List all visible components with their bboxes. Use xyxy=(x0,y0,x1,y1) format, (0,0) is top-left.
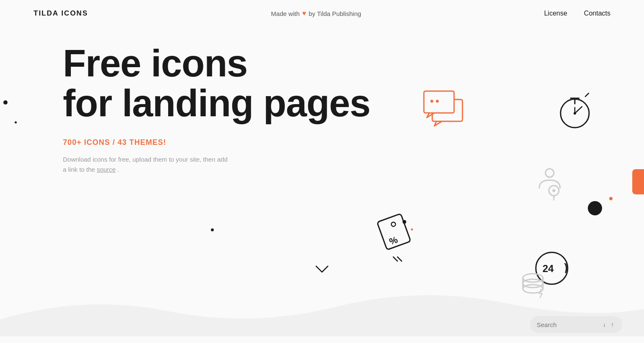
hero-title: Free icons for landing pages xyxy=(63,44,390,123)
tagline-text-before: Made with xyxy=(271,10,299,17)
navbar: TILDA ICONS Made with ♥ by Tilda Publish… xyxy=(0,0,644,27)
svg-point-14 xyxy=(545,169,554,177)
search-arrow-down[interactable]: ↓ xyxy=(601,320,608,329)
dot-large-black xyxy=(588,201,602,215)
hero-section: Free icons for landing pages 700+ ICONS … xyxy=(0,27,644,336)
search-arrow-up[interactable]: ↑ xyxy=(609,320,615,329)
nav-tagline: Made with ♥ by Tilda Publishing xyxy=(271,10,361,17)
svg-rect-4 xyxy=(424,91,454,113)
license-link[interactable]: License xyxy=(544,10,567,17)
hero-description: Download icons for free, upload them to … xyxy=(63,154,231,175)
search-navigation: ↓ ↑ xyxy=(601,320,615,329)
search-input[interactable] xyxy=(537,321,598,328)
dot-decoration-3 xyxy=(211,228,214,231)
search-bar: ↓ ↑ xyxy=(530,316,622,333)
timer-icon xyxy=(556,89,594,133)
hero-subtitle: 700+ ICONS / 43 THEMES! xyxy=(63,138,610,147)
heart-icon: ♥ xyxy=(302,10,306,17)
svg-line-22 xyxy=(397,257,402,261)
dot-decoration-2 xyxy=(15,121,17,123)
contacts-link[interactable]: Contacts xyxy=(584,10,610,17)
svg-line-10 xyxy=(575,107,582,113)
svg-line-21 xyxy=(393,257,397,261)
nav-links: License Contacts xyxy=(544,10,610,17)
svg-point-6 xyxy=(436,100,439,103)
side-cta-button[interactable] xyxy=(632,169,644,194)
svg-text:%: % xyxy=(388,234,399,247)
person-location-icon xyxy=(531,165,569,205)
price-tag-icon: % xyxy=(376,212,422,268)
chat-icon xyxy=(422,89,468,128)
scroll-down-chevron[interactable] xyxy=(315,264,329,275)
svg-line-13 xyxy=(585,93,589,97)
tagline-text-after: by Tilda Publishing xyxy=(309,10,361,17)
svg-point-5 xyxy=(431,100,434,103)
svg-point-12 xyxy=(574,112,576,115)
svg-point-20 xyxy=(391,222,396,227)
dot-decoration-1 xyxy=(3,100,8,105)
dot-orange-2 xyxy=(609,197,613,200)
site-logo: TILDA ICONS xyxy=(34,9,88,18)
source-link[interactable]: source xyxy=(97,166,116,173)
svg-point-17 xyxy=(553,189,556,192)
